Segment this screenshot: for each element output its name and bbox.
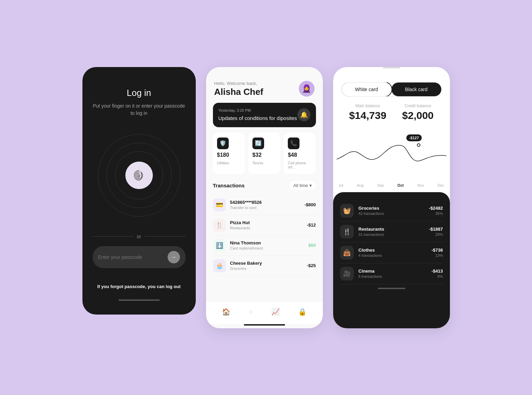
white-card-toggle[interactable]: White card [341, 82, 392, 97]
filter-button[interactable]: All time ▾ [289, 181, 316, 190]
restaurants-name: Restaurants [359, 227, 425, 232]
clothes-amount: -$736 [431, 248, 443, 253]
tennis-label: Tennis [252, 161, 276, 165]
nav-lock-icon[interactable]: 🔒 [298, 308, 307, 316]
pizza-name: Pizza Hut [230, 220, 303, 225]
or-label: or [137, 234, 141, 239]
fingerprint-area[interactable] [98, 134, 180, 217]
cinema-amount-col: -$413 9% [431, 268, 443, 278]
credit-balance-label: Credit balance [402, 103, 434, 108]
chart-labels: Jul Aug Sep Oct Nov Dec [333, 183, 450, 187]
balance-chart [337, 125, 446, 180]
login-title: Log in [127, 88, 151, 98]
category-groceries[interactable]: 🧺 Groceries 42 transactions -$2482 35% [340, 200, 443, 221]
credit-balance: Credit balance $2,000 [402, 103, 434, 121]
pizza-amount: -$12 [307, 222, 316, 228]
chart-label-sep: Sep [377, 183, 384, 187]
category-clothes[interactable]: 👜 Clothes 4 transactions -$736 13% [340, 242, 443, 263]
fingerprint-button[interactable] [125, 162, 153, 189]
utilities-amount: $180 [217, 152, 241, 158]
passcode-submit-button[interactable]: → [168, 251, 180, 263]
main-balance-label: Main balance [349, 103, 386, 108]
transfer-sub: Transfer to card [230, 206, 301, 210]
card-home-indicator [378, 288, 405, 289]
dashboard-header: Hello. Welcome back, Alisha Chef 🧕 [206, 67, 323, 103]
restaurants-amount-col: -$1887 29% [429, 227, 443, 237]
chart-area: -$127 [333, 125, 450, 180]
category-cinema[interactable]: 🎥 Cinema 8 transactions -$413 9% [340, 263, 443, 284]
restaurants-percent: 29% [429, 232, 443, 237]
tennis-icon: 🔄 [252, 138, 264, 149]
fingerprint-icon [132, 168, 146, 182]
transaction-item-cheese[interactable]: 🧁 Cheese Bakery Groceries -$25 [213, 256, 316, 276]
transfer-details: 542865****8526 Transfer to card [230, 200, 301, 210]
pizza-sub: Restaurants [230, 226, 303, 230]
clothes-name: Clothes [359, 248, 427, 253]
cinema-details: Cinema 8 transactions [359, 268, 427, 278]
groceries-amount-col: -$2482 35% [429, 206, 443, 216]
cheese-details: Cheese Bakery Groceries [230, 261, 303, 271]
forgot-text: If you forgot passcode, you can log out [97, 284, 181, 293]
black-card-toggle[interactable]: Black card [392, 83, 441, 96]
cheese-sub: Groceries [230, 266, 303, 271]
balance-section: Main balance $14,739 Credit balance $2,0… [333, 103, 450, 125]
nina-name: Nina Thomson [230, 240, 304, 245]
stat-card-phone[interactable]: 📞 $48 Cell phone ref... [284, 133, 316, 174]
groceries-amount: -$2482 [429, 206, 443, 211]
login-subtitle: Put your finger on it or enter your pass… [93, 102, 185, 117]
notification-text: Updates of conditions for diposites [218, 114, 297, 122]
welcome-text: Hello. Welcome back, [214, 81, 263, 86]
phone-label: Cell phone ref... [288, 161, 312, 169]
clothes-tx: 4 transactions [359, 253, 427, 257]
clothes-percent: 13% [431, 253, 443, 257]
clothes-amount-col: -$736 13% [431, 248, 443, 257]
notification-bell[interactable]: 🔔 [297, 108, 310, 121]
notification-time: Yesterday, 3:20 PM [218, 108, 297, 112]
chart-label-aug: Aug [357, 183, 364, 187]
transfer-icon: 💳 [213, 198, 226, 211]
groceries-percent: 35% [429, 211, 443, 216]
tennis-amount: $32 [252, 152, 276, 158]
transaction-item-pizza[interactable]: 🍴 Pizza Hut Restaurants -$12 [213, 215, 316, 235]
chevron-down-icon: ▾ [309, 183, 312, 188]
groceries-tx: 42 transactions [359, 211, 425, 216]
nav-circle-icon[interactable]: ○ [249, 308, 253, 316]
category-restaurants[interactable]: 🍴 Restaurants 31 transactions -$1887 29% [340, 221, 443, 242]
cheese-name: Cheese Bakery [230, 261, 303, 266]
passcode-input-row[interactable]: → [93, 246, 185, 268]
chart-label-oct: Oct [397, 183, 404, 187]
home-indicator [118, 299, 160, 301]
cinema-tx: 8 transactions [359, 274, 427, 278]
welcome-section: Hello. Welcome back, Alisha Chef [214, 81, 263, 97]
login-screen: Log in Put your finger on it or enter yo… [82, 67, 196, 315]
nina-amount: $60 [308, 243, 316, 248]
groceries-details: Groceries 42 transactions [359, 206, 425, 216]
cinema-amount: -$413 [431, 268, 443, 274]
groceries-name: Groceries [359, 206, 425, 211]
chart-label-nov: Nov [417, 183, 424, 187]
restaurants-icon: 🍴 [340, 225, 354, 239]
restaurants-amount: -$1887 [429, 227, 443, 232]
passcode-input[interactable] [98, 254, 168, 260]
transaction-item-transfer[interactable]: 💳 542865****8526 Transfer to card -$800 [213, 195, 316, 215]
bottom-nav: 🏠 ○ 📈 🔒 [206, 302, 323, 324]
stat-card-tennis[interactable]: 🔄 $32 Tennis [248, 133, 280, 174]
quick-stats: 🛡️ $180 Utilities 🔄 $32 Tennis 📞 $48 Cel… [206, 133, 323, 174]
replenish-icon: ⬇️ [213, 239, 226, 252]
phone-amount: $48 [288, 152, 312, 158]
chart-dot [417, 143, 420, 147]
dashboard-home-indicator [244, 324, 285, 326]
logout-link[interactable]: log out [166, 284, 181, 289]
restaurants-details: Restaurants 31 transactions [359, 227, 425, 237]
transaction-item-nina[interactable]: ⬇️ Nina Thomson Card replenishment $60 [213, 235, 316, 256]
groceries-icon: 🧺 [340, 204, 354, 218]
cinema-name: Cinema [359, 268, 427, 274]
dashboard-screen: Hello. Welcome back, Alisha Chef 🧕 Yeste… [206, 67, 323, 328]
cheese-amount: -$25 [307, 263, 316, 268]
notification-card[interactable]: Yesterday, 3:20 PM Updates of conditions… [213, 103, 316, 127]
cinema-percent: 9% [431, 274, 443, 278]
nav-chart-icon[interactable]: 📈 [271, 308, 280, 316]
nav-home-icon[interactable]: 🏠 [222, 308, 230, 316]
restaurants-tx: 31 transactions [359, 232, 425, 237]
stat-card-utilities[interactable]: 🛡️ $180 Utilities [213, 133, 245, 174]
